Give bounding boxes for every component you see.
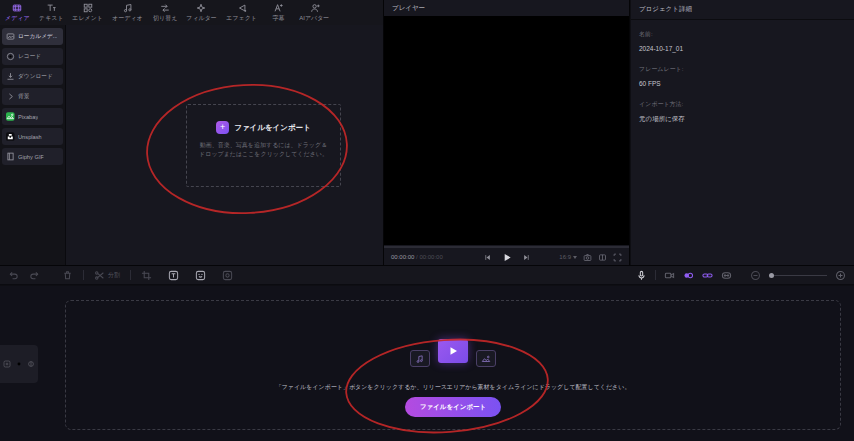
field-name: 名前: 2024-10-17_01 <box>639 30 846 52</box>
sidebar-item-background[interactable]: 背景 <box>2 88 63 105</box>
track-controls <box>0 345 38 383</box>
sidebar-item-label: Pixabay <box>18 114 38 120</box>
sidebar-item-label: レコード <box>18 52 41 61</box>
point-icon[interactable] <box>15 360 23 368</box>
tab-subtitles[interactable]: 字幕 <box>265 3 291 23</box>
tab-text[interactable]: テキスト <box>38 3 65 23</box>
magnet-icon[interactable] <box>683 270 694 281</box>
text-icon <box>46 3 56 13</box>
ai-avatar-icon <box>310 3 320 13</box>
sidebar-item-label: ダウンロード <box>18 72 53 81</box>
zoom-plus-icon[interactable] <box>835 270 846 281</box>
tab-label: 切り替え <box>153 14 177 22</box>
plus-icon: + <box>216 121 229 134</box>
split-label: 分割 <box>108 271 120 280</box>
timeline-toolbar: 分割 <box>0 265 854 285</box>
arrows-horizontal-icon[interactable] <box>721 270 732 281</box>
unsplash-logo <box>6 132 15 141</box>
effects-icon <box>237 3 247 13</box>
tab-label: フィルター <box>186 14 216 22</box>
filmora-app-window: メディア テキスト エレメント オーディオ 切り替え フィルター エフェクト <box>0 0 854 441</box>
player-title: プレイヤー <box>392 4 425 13</box>
music-card-icon <box>410 350 430 367</box>
text-tool-icon[interactable] <box>168 270 179 281</box>
zoom-minus-icon[interactable] <box>750 270 761 281</box>
media-types-illustration <box>408 339 498 371</box>
transition-icon <box>160 3 170 13</box>
field-label: 名前: <box>639 30 846 39</box>
previous-frame-icon[interactable] <box>483 253 492 262</box>
tab-elements[interactable]: エレメント <box>71 3 104 23</box>
play-icon[interactable] <box>501 252 512 263</box>
record-tool-icon[interactable] <box>222 270 233 281</box>
next-frame-icon[interactable] <box>521 253 530 262</box>
snapshot-icon[interactable] <box>583 253 592 262</box>
import-title: ファイルをインポート <box>234 123 311 133</box>
project-details-panel: プロジェクト詳細 名前: 2024-10-17_01 フレームレート: 60 F… <box>631 0 854 265</box>
top-toolbar: メディア テキスト エレメント オーディオ 切り替え フィルター エフェクト <box>0 0 383 25</box>
aspect-ratio-selector[interactable]: 16:9 <box>559 254 577 260</box>
tab-label: オーディオ <box>113 14 143 22</box>
local-media-icon <box>6 32 15 41</box>
field-label: フレームレート: <box>639 65 846 74</box>
redo-icon[interactable] <box>29 270 40 281</box>
tab-filters[interactable]: フィルター <box>185 3 218 23</box>
player-panel: プレイヤー 00:00:00 / 00:00:00 16:9 <box>383 0 630 265</box>
fullscreen-icon[interactable] <box>613 253 622 262</box>
import-hint-text: 動画、音楽、写真を追加するには、ドラッグ＆ドロップまたはここをクリックしてくださ… <box>199 141 329 160</box>
link-icon[interactable] <box>702 270 713 281</box>
crop-icon[interactable] <box>141 270 152 281</box>
sidebar-item-download[interactable]: ダウンロード <box>2 68 63 85</box>
tab-label: エフェクト <box>226 14 257 22</box>
media-sidebar: ローカルメデ... レコード ダウンロード 背景 Pixabay Unsplas… <box>0 25 65 265</box>
split-tool[interactable]: 分割 <box>94 270 120 281</box>
chevron-down-icon <box>573 256 577 259</box>
field-value: 元の場所に保存 <box>639 115 846 124</box>
project-details-title: プロジェクト詳細 <box>639 5 692 14</box>
sidebar-item-unsplash[interactable]: Unsplash <box>2 128 63 145</box>
visibility-icon[interactable] <box>27 360 35 368</box>
trash-icon[interactable] <box>62 270 73 281</box>
video-card-icon <box>438 339 468 363</box>
sidebar-item-record[interactable]: レコード <box>2 48 63 65</box>
add-track-icon[interactable] <box>3 360 11 368</box>
zoom-slider-thumb[interactable] <box>769 273 774 278</box>
tab-label: メディア <box>5 14 29 22</box>
tab-media[interactable]: メディア <box>4 3 31 23</box>
tab-effects[interactable]: エフェクト <box>225 3 258 23</box>
video-preview-area[interactable] <box>384 16 629 245</box>
film-roll-icon[interactable] <box>664 270 675 281</box>
player-header: プレイヤー <box>384 0 629 16</box>
zoom-slider[interactable] <box>769 275 827 276</box>
microphone-icon[interactable] <box>636 270 647 281</box>
tab-ai-avatar[interactable]: AIアバター <box>298 3 331 23</box>
elements-icon <box>83 3 93 13</box>
field-framerate: フレームレート: 60 FPS <box>639 65 846 87</box>
pixabay-logo <box>6 112 15 121</box>
sidebar-item-pixabay[interactable]: Pixabay <box>2 108 63 125</box>
sidebar-item-label: ローカルメデ... <box>18 32 57 41</box>
sidebar-item-local-media[interactable]: ローカルメデ... <box>2 28 63 45</box>
import-title-row: + ファイルをインポート <box>216 121 311 134</box>
divider <box>655 270 656 280</box>
import-files-button[interactable]: ファイルをインポート <box>405 397 501 417</box>
field-value: 60 FPS <box>639 80 846 87</box>
mark-icon[interactable] <box>598 253 607 262</box>
timeline-dropzone[interactable]: 「ファイルをインポート」ボタンをクリックするか、リリースエリアから素材をタイムラ… <box>65 300 841 430</box>
image-card-icon <box>476 350 496 367</box>
timeline-empty-hint: 「ファイルをインポート」ボタンをクリックするか、リリースエリアから素材をタイムラ… <box>66 383 840 392</box>
filter-icon <box>196 3 206 13</box>
tab-audio[interactable]: オーディオ <box>111 3 144 23</box>
sidebar-item-giphy[interactable]: Giphy GIF <box>2 148 63 165</box>
divider <box>130 270 131 280</box>
timeline-area: 「ファイルをインポート」ボタンをクリックするか、リリースエリアから素材をタイムラ… <box>0 286 854 441</box>
tab-label: AIアバター <box>300 14 330 22</box>
chevron-right-icon <box>6 92 15 101</box>
undo-icon[interactable] <box>8 270 19 281</box>
seek-bar[interactable] <box>384 246 629 248</box>
sticker-tool-icon[interactable] <box>195 270 206 281</box>
tab-transitions[interactable]: 切り替え <box>152 3 178 23</box>
media-import-dropzone[interactable]: + ファイルをインポート 動画、音楽、写真を追加するには、ドラッグ＆ドロップまた… <box>186 104 341 187</box>
divider <box>83 270 84 280</box>
sidebar-item-label: Giphy GIF <box>18 154 44 160</box>
